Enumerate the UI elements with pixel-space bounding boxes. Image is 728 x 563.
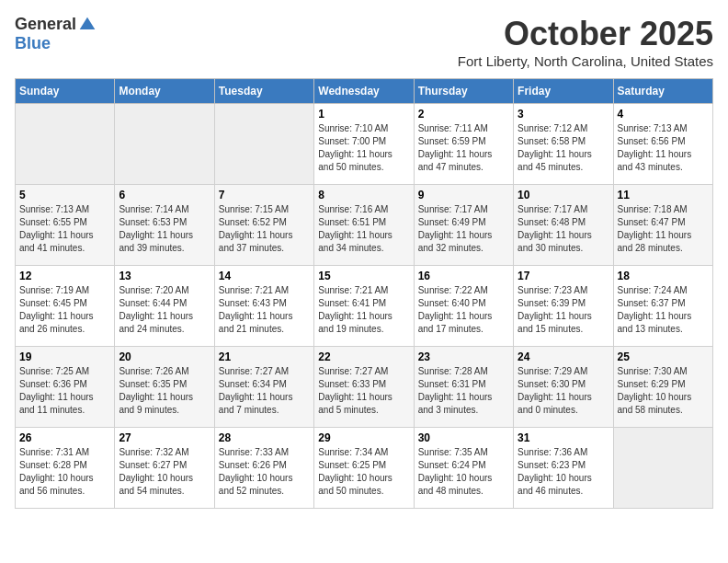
calendar-cell: 28Sunrise: 7:33 AM Sunset: 6:26 PM Dayli…	[214, 428, 313, 509]
calendar-cell: 23Sunrise: 7:28 AM Sunset: 6:31 PM Dayli…	[414, 347, 513, 428]
day-info: Sunrise: 7:32 AM Sunset: 6:27 PM Dayligh…	[119, 446, 210, 498]
day-number: 28	[219, 431, 310, 444]
calendar-cell: 26Sunrise: 7:31 AM Sunset: 6:28 PM Dayli…	[16, 428, 115, 509]
calendar-cell: 2Sunrise: 7:11 AM Sunset: 6:59 PM Daylig…	[414, 104, 513, 185]
calendar-week-row: 19Sunrise: 7:25 AM Sunset: 6:36 PM Dayli…	[16, 347, 713, 428]
day-info: Sunrise: 7:21 AM Sunset: 6:41 PM Dayligh…	[318, 284, 409, 336]
day-header-saturday: Saturday	[613, 79, 712, 104]
day-number: 20	[119, 350, 210, 363]
day-number: 9	[418, 189, 509, 201]
day-info: Sunrise: 7:24 AM Sunset: 6:37 PM Dayligh…	[618, 284, 709, 336]
day-info: Sunrise: 7:13 AM Sunset: 6:56 PM Dayligh…	[618, 122, 709, 174]
logo-icon	[78, 16, 97, 34]
day-info: Sunrise: 7:23 AM Sunset: 6:39 PM Dayligh…	[518, 284, 609, 336]
day-number: 26	[19, 431, 110, 444]
month-title: October 2025	[458, 15, 713, 53]
calendar-cell	[115, 104, 214, 185]
day-info: Sunrise: 7:33 AM Sunset: 6:26 PM Dayligh…	[219, 446, 310, 498]
title-block: October 2025 Fort Liberty, North Carolin…	[458, 15, 713, 69]
day-info: Sunrise: 7:15 AM Sunset: 6:52 PM Dayligh…	[219, 203, 310, 255]
day-number: 5	[19, 189, 110, 201]
day-info: Sunrise: 7:17 AM Sunset: 6:48 PM Dayligh…	[518, 203, 609, 255]
logo: General Blue	[15, 15, 97, 53]
day-header-thursday: Thursday	[414, 79, 513, 104]
calendar-week-row: 5Sunrise: 7:13 AM Sunset: 6:55 PM Daylig…	[16, 185, 713, 266]
day-number: 23	[418, 350, 509, 363]
calendar-header-row: SundayMondayTuesdayWednesdayThursdayFrid…	[16, 79, 713, 104]
calendar-cell: 25Sunrise: 7:30 AM Sunset: 6:29 PM Dayli…	[613, 347, 712, 428]
day-info: Sunrise: 7:12 AM Sunset: 6:58 PM Dayligh…	[518, 122, 609, 174]
calendar-cell: 15Sunrise: 7:21 AM Sunset: 6:41 PM Dayli…	[314, 266, 414, 347]
day-info: Sunrise: 7:13 AM Sunset: 6:55 PM Dayligh…	[19, 203, 110, 255]
day-number: 31	[518, 431, 609, 444]
day-info: Sunrise: 7:22 AM Sunset: 6:40 PM Dayligh…	[418, 284, 509, 336]
day-info: Sunrise: 7:20 AM Sunset: 6:44 PM Dayligh…	[119, 284, 210, 336]
day-info: Sunrise: 7:19 AM Sunset: 6:45 PM Dayligh…	[19, 284, 110, 336]
day-number: 24	[518, 350, 609, 363]
day-info: Sunrise: 7:30 AM Sunset: 6:29 PM Dayligh…	[618, 365, 709, 417]
calendar-cell: 6Sunrise: 7:14 AM Sunset: 6:53 PM Daylig…	[115, 185, 214, 266]
day-number: 11	[618, 189, 709, 201]
calendar-week-row: 26Sunrise: 7:31 AM Sunset: 6:28 PM Dayli…	[16, 428, 713, 509]
calendar-cell: 3Sunrise: 7:12 AM Sunset: 6:58 PM Daylig…	[514, 104, 613, 185]
day-info: Sunrise: 7:14 AM Sunset: 6:53 PM Dayligh…	[119, 203, 210, 255]
calendar-cell: 22Sunrise: 7:27 AM Sunset: 6:33 PM Dayli…	[314, 347, 414, 428]
day-number: 7	[219, 189, 310, 201]
calendar-cell	[16, 104, 115, 185]
day-info: Sunrise: 7:29 AM Sunset: 6:30 PM Dayligh…	[518, 365, 609, 417]
day-info: Sunrise: 7:28 AM Sunset: 6:31 PM Dayligh…	[418, 365, 509, 417]
day-info: Sunrise: 7:11 AM Sunset: 6:59 PM Dayligh…	[418, 122, 509, 174]
day-info: Sunrise: 7:18 AM Sunset: 6:47 PM Dayligh…	[618, 203, 709, 255]
day-info: Sunrise: 7:27 AM Sunset: 6:33 PM Dayligh…	[318, 365, 409, 417]
day-number: 4	[618, 108, 709, 121]
calendar-cell: 12Sunrise: 7:19 AM Sunset: 6:45 PM Dayli…	[16, 266, 115, 347]
day-info: Sunrise: 7:34 AM Sunset: 6:25 PM Dayligh…	[318, 446, 409, 498]
day-number: 14	[219, 270, 310, 282]
day-header-wednesday: Wednesday	[314, 79, 414, 104]
day-info: Sunrise: 7:16 AM Sunset: 6:51 PM Dayligh…	[318, 203, 409, 255]
calendar-cell: 13Sunrise: 7:20 AM Sunset: 6:44 PM Dayli…	[115, 266, 214, 347]
day-info: Sunrise: 7:27 AM Sunset: 6:34 PM Dayligh…	[219, 365, 310, 417]
day-info: Sunrise: 7:21 AM Sunset: 6:43 PM Dayligh…	[219, 284, 310, 336]
day-number: 6	[119, 189, 210, 201]
svg-marker-0	[80, 17, 96, 29]
day-number: 19	[19, 350, 110, 363]
day-info: Sunrise: 7:36 AM Sunset: 6:23 PM Dayligh…	[518, 446, 609, 498]
calendar-cell: 10Sunrise: 7:17 AM Sunset: 6:48 PM Dayli…	[514, 185, 613, 266]
calendar-cell: 17Sunrise: 7:23 AM Sunset: 6:39 PM Dayli…	[514, 266, 613, 347]
day-number: 10	[518, 189, 609, 201]
day-info: Sunrise: 7:10 AM Sunset: 7:00 PM Dayligh…	[318, 122, 409, 174]
day-number: 25	[618, 350, 709, 363]
calendar-cell: 24Sunrise: 7:29 AM Sunset: 6:30 PM Dayli…	[514, 347, 613, 428]
calendar-cell: 29Sunrise: 7:34 AM Sunset: 6:25 PM Dayli…	[314, 428, 414, 509]
day-number: 22	[318, 350, 409, 363]
day-number: 30	[418, 431, 509, 444]
day-number: 12	[19, 270, 110, 282]
day-info: Sunrise: 7:17 AM Sunset: 6:49 PM Dayligh…	[418, 203, 509, 255]
day-number: 16	[418, 270, 509, 282]
logo-general-text: General	[15, 15, 76, 34]
calendar-cell: 31Sunrise: 7:36 AM Sunset: 6:23 PM Dayli…	[514, 428, 613, 509]
calendar-week-row: 12Sunrise: 7:19 AM Sunset: 6:45 PM Dayli…	[16, 266, 713, 347]
calendar-cell: 11Sunrise: 7:18 AM Sunset: 6:47 PM Dayli…	[613, 185, 712, 266]
calendar-cell: 20Sunrise: 7:26 AM Sunset: 6:35 PM Dayli…	[115, 347, 214, 428]
calendar-week-row: 1Sunrise: 7:10 AM Sunset: 7:00 PM Daylig…	[16, 104, 713, 185]
page-header: General Blue October 2025 Fort Liberty, …	[15, 15, 713, 69]
day-info: Sunrise: 7:26 AM Sunset: 6:35 PM Dayligh…	[119, 365, 210, 417]
day-number: 15	[318, 270, 409, 282]
day-number: 29	[318, 431, 409, 444]
calendar-cell: 4Sunrise: 7:13 AM Sunset: 6:56 PM Daylig…	[613, 104, 712, 185]
calendar-cell: 14Sunrise: 7:21 AM Sunset: 6:43 PM Dayli…	[214, 266, 313, 347]
day-info: Sunrise: 7:25 AM Sunset: 6:36 PM Dayligh…	[19, 365, 110, 417]
day-info: Sunrise: 7:35 AM Sunset: 6:24 PM Dayligh…	[418, 446, 509, 498]
day-number: 1	[318, 108, 409, 121]
calendar-cell: 18Sunrise: 7:24 AM Sunset: 6:37 PM Dayli…	[613, 266, 712, 347]
day-number: 18	[618, 270, 709, 282]
day-number: 8	[318, 189, 409, 201]
day-number: 3	[518, 108, 609, 121]
calendar-cell: 7Sunrise: 7:15 AM Sunset: 6:52 PM Daylig…	[214, 185, 313, 266]
day-header-monday: Monday	[115, 79, 214, 104]
day-info: Sunrise: 7:31 AM Sunset: 6:28 PM Dayligh…	[19, 446, 110, 498]
calendar-cell: 9Sunrise: 7:17 AM Sunset: 6:49 PM Daylig…	[414, 185, 513, 266]
calendar-cell	[613, 428, 712, 509]
